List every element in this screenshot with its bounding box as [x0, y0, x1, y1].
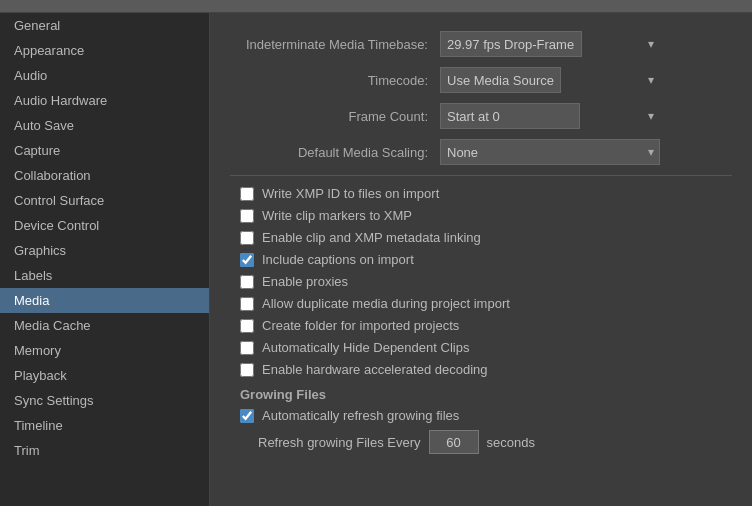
sidebar-item-capture[interactable]: Capture — [0, 138, 209, 163]
sidebar-item-timeline[interactable]: Timeline — [0, 413, 209, 438]
sidebar-item-playback[interactable]: Playback — [0, 363, 209, 388]
sidebar-item-general[interactable]: General — [0, 13, 209, 38]
auto-refresh-label: Automatically refresh growing files — [262, 408, 459, 423]
field-row-0: Indeterminate Media Timebase:23.976 fps2… — [230, 31, 732, 57]
divider — [230, 175, 732, 176]
checkbox-row-7: Automatically Hide Dependent Clips — [230, 340, 732, 355]
sidebar-item-media-cache[interactable]: Media Cache — [0, 313, 209, 338]
checkbox-row-8: Enable hardware accelerated decoding — [230, 362, 732, 377]
sidebar-item-device-control[interactable]: Device Control — [0, 213, 209, 238]
select-wrapper-3: NoneSet to Frame SizeSet to Frame Size a… — [440, 139, 660, 165]
checkbox-2[interactable] — [240, 231, 254, 245]
sidebar-item-memory[interactable]: Memory — [0, 338, 209, 363]
auto-refresh-row: Automatically refresh growing files — [230, 408, 732, 423]
sidebar-item-auto-save[interactable]: Auto Save — [0, 113, 209, 138]
field-select-3[interactable]: NoneSet to Frame SizeSet to Frame Size a… — [440, 139, 660, 165]
field-row-2: Frame Count:Start at 0Start at 1Timecode… — [230, 103, 732, 129]
sidebar-item-audio-hardware[interactable]: Audio Hardware — [0, 88, 209, 113]
checkbox-4[interactable] — [240, 275, 254, 289]
refresh-input[interactable] — [429, 430, 479, 454]
checkbox-label-1: Write clip markers to XMP — [262, 208, 412, 223]
checkbox-3[interactable] — [240, 253, 254, 267]
sidebar-item-appearance[interactable]: Appearance — [0, 38, 209, 63]
sidebar-item-graphics[interactable]: Graphics — [0, 238, 209, 263]
select-wrapper-2: Start at 0Start at 1Timecode Conversion — [440, 103, 660, 129]
field-select-1[interactable]: Use Media SourceGenerateEmbedded — [440, 67, 561, 93]
checkbox-label-7: Automatically Hide Dependent Clips — [262, 340, 469, 355]
checkbox-label-2: Enable clip and XMP metadata linking — [262, 230, 481, 245]
growing-files-section-label: Growing Files — [240, 387, 732, 402]
select-wrapper-1: Use Media SourceGenerateEmbedded — [440, 67, 660, 93]
checkbox-row-0: Write XMP ID to files on import — [230, 186, 732, 201]
sidebar-item-trim[interactable]: Trim — [0, 438, 209, 463]
main-panel: Indeterminate Media Timebase:23.976 fps2… — [210, 13, 752, 506]
select-wrapper-0: 23.976 fps24 fps25 fps29.97 fps Drop-Fra… — [440, 31, 660, 57]
sidebar-item-media[interactable]: Media — [0, 288, 209, 313]
checkbox-7[interactable] — [240, 341, 254, 355]
sidebar: GeneralAppearanceAudioAudio HardwareAuto… — [0, 13, 210, 506]
sidebar-item-sync-settings[interactable]: Sync Settings — [0, 388, 209, 413]
checkbox-label-6: Create folder for imported projects — [262, 318, 459, 333]
checkbox-8[interactable] — [240, 363, 254, 377]
checkbox-row-2: Enable clip and XMP metadata linking — [230, 230, 732, 245]
checkbox-label-3: Include captions on import — [262, 252, 414, 267]
refresh-seconds-label: seconds — [487, 435, 535, 450]
field-row-3: Default Media Scaling:NoneSet to Frame S… — [230, 139, 732, 165]
title-bar — [0, 0, 752, 13]
checkbox-label-5: Allow duplicate media during project imp… — [262, 296, 510, 311]
field-label-2: Frame Count: — [230, 109, 440, 124]
checkbox-row-1: Write clip markers to XMP — [230, 208, 732, 223]
checkbox-6[interactable] — [240, 319, 254, 333]
auto-refresh-checkbox[interactable] — [240, 409, 254, 423]
checkbox-5[interactable] — [240, 297, 254, 311]
sidebar-item-audio[interactable]: Audio — [0, 63, 209, 88]
checkbox-row-3: Include captions on import — [230, 252, 732, 267]
checkbox-row-5: Allow duplicate media during project imp… — [230, 296, 732, 311]
sidebar-item-collaboration[interactable]: Collaboration — [0, 163, 209, 188]
checkbox-row-4: Enable proxies — [230, 274, 732, 289]
checkbox-label-8: Enable hardware accelerated decoding — [262, 362, 488, 377]
sidebar-item-control-surface[interactable]: Control Surface — [0, 188, 209, 213]
checkbox-1[interactable] — [240, 209, 254, 223]
field-label-1: Timecode: — [230, 73, 440, 88]
field-select-2[interactable]: Start at 0Start at 1Timecode Conversion — [440, 103, 580, 129]
checkbox-label-0: Write XMP ID to files on import — [262, 186, 439, 201]
field-label-0: Indeterminate Media Timebase: — [230, 37, 440, 52]
sidebar-item-labels[interactable]: Labels — [0, 263, 209, 288]
content-area: GeneralAppearanceAudioAudio HardwareAuto… — [0, 13, 752, 506]
checkbox-row-6: Create folder for imported projects — [230, 318, 732, 333]
field-label-3: Default Media Scaling: — [230, 145, 440, 160]
preferences-window: GeneralAppearanceAudioAudio HardwareAuto… — [0, 0, 752, 506]
checkbox-label-4: Enable proxies — [262, 274, 348, 289]
field-row-1: Timecode:Use Media SourceGenerateEmbedde… — [230, 67, 732, 93]
checkbox-0[interactable] — [240, 187, 254, 201]
refresh-label: Refresh growing Files Every — [258, 435, 421, 450]
field-select-0[interactable]: 23.976 fps24 fps25 fps29.97 fps Drop-Fra… — [440, 31, 582, 57]
refresh-row: Refresh growing Files Everyseconds — [230, 430, 732, 454]
